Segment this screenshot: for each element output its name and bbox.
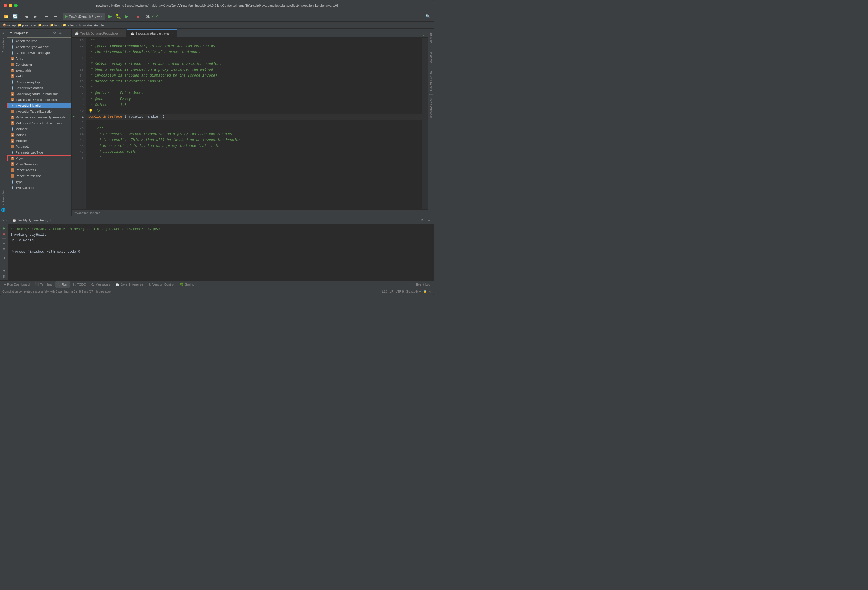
breadcrumb-java-base[interactable]: 📁 java.base <box>18 24 36 27</box>
breadcrumb-reflect[interactable]: 📁 reflect <box>62 24 75 27</box>
tree-member[interactable]: I Member <box>7 126 71 132</box>
interface-icon-9: I <box>10 180 15 184</box>
stop-button[interactable]: ■ <box>134 13 142 20</box>
undo-btn[interactable]: ↩ <box>43 13 50 20</box>
tree-parameter[interactable]: C Parameter <box>7 144 71 149</box>
bottom-tab-event-log[interactable]: ℹ Event Log <box>411 281 433 288</box>
code-content[interactable]: /** * {@code InvocationHandler} is the i… <box>86 37 422 209</box>
bottom-tab-run[interactable]: 4: Run <box>55 281 70 288</box>
debug-button[interactable]: 🐛 <box>115 13 122 20</box>
close-button[interactable] <box>3 4 7 7</box>
structure-label[interactable]: 2: Structure <box>1 36 6 54</box>
project-gear-btn[interactable]: ⚙ <box>52 30 57 35</box>
forward-btn[interactable]: ▶ <box>31 13 39 20</box>
run-coverage-btn[interactable]: ▶ <box>123 13 130 20</box>
run-ctrl-scroll[interactable]: ↕ <box>1 262 7 267</box>
tree-executable[interactable]: C Executable <box>7 68 71 73</box>
project-minimize-btn[interactable]: − <box>63 30 69 35</box>
sync-btn[interactable]: 🔄 <box>11 13 19 20</box>
right-tab-art-build[interactable]: Art Build <box>429 30 433 46</box>
tab-close-2[interactable]: × <box>170 31 174 35</box>
tab-invocationhandler[interactable]: ☕ InvocationHandler.java × <box>127 29 177 37</box>
run-ctrl-print[interactable]: 🖨 <box>1 268 7 273</box>
status-encoding[interactable]: UTF-8 <box>395 290 403 293</box>
right-tab-database[interactable]: Database <box>429 48 433 66</box>
structure-toggle[interactable]: ≡ <box>1 30 6 36</box>
code-line-47: * associated with. <box>86 149 422 155</box>
tab-testmydynamicproxy[interactable]: ☕ TestMyDynamicProxy.java × <box>71 29 127 37</box>
git-status: Git: ✓ ✓ <box>146 14 158 18</box>
tree-annotatedwildcardtype[interactable]: I AnnotatedWildcardType <box>7 50 71 56</box>
minimize-button[interactable] <box>9 4 12 7</box>
tree-genericsigformat[interactable]: C GenericSignatureFormatError <box>7 91 71 97</box>
run-ctrl-pause[interactable]: ⏸ <box>1 256 7 260</box>
run-tab-label: TestMyDynamicProxy <box>17 219 48 222</box>
breadcrumb-src-zip[interactable]: 📦 src.zip <box>2 24 16 27</box>
web-toggle[interactable]: 🌐 <box>1 207 6 213</box>
search-everywhere-btn[interactable]: 🔍 <box>424 13 432 20</box>
open-folder-btn[interactable]: 📂 <box>2 13 10 20</box>
tree-annotatedtype[interactable]: I AnnotatedType <box>7 38 71 44</box>
breadcrumb-invocationhandler[interactable]: I InvocationHandler <box>78 24 105 27</box>
tree-parameterizedtype[interactable]: I ParameterizedType <box>7 149 71 155</box>
terminal-icon: ⬛ <box>35 282 39 286</box>
right-tab-bean[interactable]: Bean Validation <box>429 96 433 121</box>
tree-array[interactable]: C Array <box>7 56 71 62</box>
tab-bar: ☕ TestMyDynamicProxy.java × ☕ Invocation… <box>71 29 428 37</box>
run-ctrl-play[interactable]: ▶ <box>1 226 7 231</box>
tree-method[interactable]: C Method <box>7 132 71 138</box>
run-tab-main[interactable]: ☕ TestMyDynamicProxy × <box>11 216 53 224</box>
toolbar-sep-2 <box>41 13 41 19</box>
bottom-tab-todo[interactable]: 6: TODO <box>71 281 89 288</box>
class-icon-11: C <box>10 139 15 143</box>
bottom-tab-java-enterprise[interactable]: ☕ Java Enterprise <box>113 281 145 288</box>
tree-reflectaccess[interactable]: C ReflectAccess <box>7 167 71 173</box>
maximize-button[interactable] <box>14 4 18 7</box>
right-tab-maven[interactable]: Maven Projects <box>429 68 433 93</box>
run-tab-close[interactable]: × <box>50 219 51 222</box>
tree-annotatedtypevariable[interactable]: I AnnotatedTypeVariable <box>7 44 71 50</box>
status-linesep[interactable]: LF <box>390 290 393 293</box>
tab-close-1[interactable]: × <box>119 31 123 35</box>
tree-invocationhandler[interactable]: I InvocationHandler <box>7 103 71 108</box>
tree-inaccessible[interactable]: C InaccessibleObjectException <box>7 97 71 103</box>
run-settings-btn[interactable]: ⚙ <box>419 217 425 223</box>
tree-malformedparam[interactable]: C MalformedParameterizedTypeExceptio <box>7 114 71 120</box>
tree-genericdeclaration[interactable]: I GenericDeclaration <box>7 85 71 91</box>
run-ctrl-up[interactable]: ▲ <box>1 241 7 245</box>
bottom-tab-run-dashboard[interactable]: ▶ Run Dashboard <box>1 281 32 288</box>
run-button[interactable]: ▶ <box>106 13 114 20</box>
tree-field[interactable]: C Field <box>7 73 71 79</box>
tree-proxy[interactable]: C Proxy <box>7 155 71 161</box>
bottom-tab-version-control[interactable]: 9: Version Control <box>146 281 177 288</box>
tree-malformedparams[interactable]: C MalformedParametersException <box>7 120 71 126</box>
back-btn[interactable]: ◀ <box>22 13 30 20</box>
tree-proxygenerator[interactable]: C ProxyGenerator <box>7 161 71 167</box>
tree-modifier[interactable]: C Modifier <box>7 138 71 144</box>
run-minimize-btn[interactable]: − <box>426 217 432 223</box>
tree-genericarraytype[interactable]: I GenericArrayType <box>7 79 71 85</box>
interface-icon-7: I <box>10 127 15 131</box>
bottom-tab-messages[interactable]: 0: Messages <box>89 281 112 288</box>
run-ctrl-trash[interactable]: 🗑 <box>1 274 7 279</box>
tree-invocationtarget[interactable]: C InvocationTargetException <box>7 108 71 114</box>
run-ctrl-stop[interactable]: ■ <box>1 232 7 237</box>
bottom-tab-terminal[interactable]: ⬛ Terminal <box>32 281 55 288</box>
status-git[interactable]: Git: study ÷ <box>406 290 421 293</box>
run-buttons: ▶ 🐛 ▶ <box>106 13 130 20</box>
tree-type[interactable]: I Type <box>7 179 71 185</box>
project-settings-btn[interactable]: ≡ <box>58 30 63 35</box>
bottom-tab-spring[interactable]: 🌿 Spring <box>177 281 196 288</box>
tree-reflectpermission[interactable]: C ReflectPermission <box>7 173 71 179</box>
status-position[interactable]: 41:18 <box>380 290 387 293</box>
project-panel-title[interactable]: ▼ Project ▾ <box>9 31 28 35</box>
run-config-selector[interactable]: ▶ TestMyDynamicProxy ▾ <box>63 13 105 20</box>
favorites-label[interactable]: 2: Favorites <box>1 189 6 206</box>
breadcrumb-lang[interactable]: 📁 lang <box>50 24 61 27</box>
tree-constructor[interactable]: C Constructor <box>7 62 71 68</box>
run-ctrl-down[interactable]: ▼ <box>1 247 7 251</box>
status-extra-icon: ⚙ <box>429 290 432 293</box>
tree-typevariable[interactable]: I TypeVariable <box>7 185 71 191</box>
breadcrumb-java[interactable]: 📁 java <box>38 24 48 27</box>
redo-btn[interactable]: ↪ <box>52 13 59 20</box>
